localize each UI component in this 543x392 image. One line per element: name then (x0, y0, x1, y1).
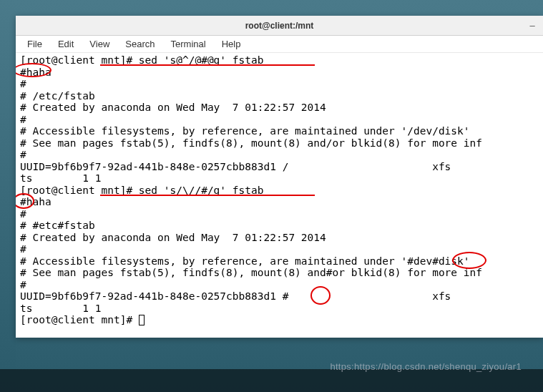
menubar: File Edit View Search Terminal Help (16, 36, 543, 53)
terminal-line: # (20, 149, 26, 160)
desktop-strip (0, 0, 16, 392)
terminal-line: ts 1 1 (20, 303, 102, 314)
terminal-line: ts 1 1 (20, 172, 102, 184)
terminal-line: # Accessible filesystems, by reference, … (20, 255, 470, 267)
menu-help[interactable]: Help (215, 37, 248, 51)
terminal-line: # /etc/fstab (20, 90, 95, 102)
menu-view[interactable]: View (82, 37, 117, 51)
cursor-icon (139, 315, 145, 325)
terminal-line: #haha (20, 196, 52, 207)
terminal-line: # Accessible filesystems, by reference, … (20, 125, 470, 137)
window-controls: – (527, 21, 537, 31)
terminal-output[interactable]: [root@client mnt]# sed 's@^/@#@g' fstab … (16, 53, 543, 338)
terminal-line: # See man pages fstab(5), findfs(8), mou… (20, 267, 482, 278)
terminal-line: # (20, 114, 26, 125)
taskbar (0, 369, 543, 392)
terminal-line: [root@client mnt]# (20, 314, 139, 325)
watermark-text: https:https://blog.csdn.net/shenqu_ziyou… (330, 361, 522, 372)
terminal-line: # (20, 243, 26, 255)
terminal-line: # (20, 78, 26, 89)
terminal-line: # #etc#fstab (20, 220, 95, 231)
menu-search[interactable]: Search (118, 37, 162, 51)
terminal-line: [root@client mnt]# sed 's/\//#/g' fstab (20, 185, 263, 196)
terminal-line: UUID=9bf6b9f7-92ad-441b-848e-0257cbb883d… (20, 290, 451, 302)
terminal-line: # Created by anaconda on Wed May 7 01:22… (20, 232, 326, 243)
terminal-line: UUID=9bf6b9f7-92ad-441b-848e-0257cbb883d… (20, 161, 451, 172)
terminal-line: # Created by anaconda on Wed May 7 01:22… (20, 102, 326, 113)
terminal-line: [root@client mnt]# sed 's@^/@#@g' fstab (20, 54, 263, 66)
titlebar[interactable]: root@client:/mnt – (16, 16, 543, 36)
terminal-line: #haha (20, 67, 52, 78)
menu-file[interactable]: File (20, 37, 49, 51)
terminal-window: root@client:/mnt – File Edit View Search… (16, 16, 543, 338)
menu-terminal[interactable]: Terminal (164, 37, 213, 51)
terminal-line: # See man pages fstab(5), findfs(8), mou… (20, 137, 482, 149)
window-title: root@client:/mnt (245, 21, 314, 31)
menu-edit[interactable]: Edit (51, 37, 81, 51)
terminal-line: # (20, 208, 26, 220)
minimize-button[interactable]: – (527, 21, 537, 31)
terminal-line: # (20, 279, 26, 290)
